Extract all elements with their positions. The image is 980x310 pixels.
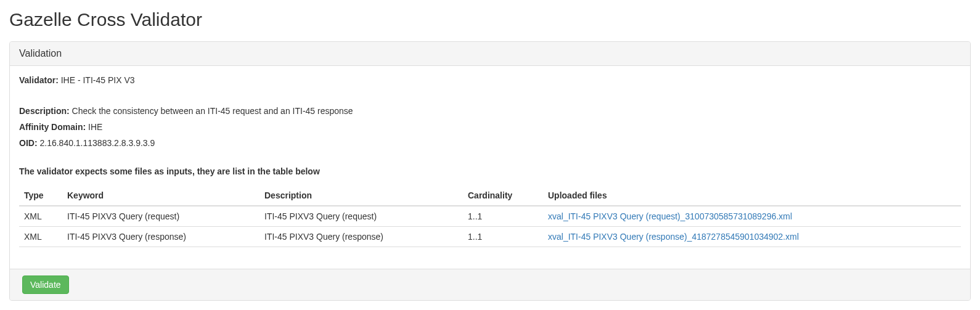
oid-label: OID: [19, 138, 38, 148]
cell-uploaded: xval_ITI-45 PIXV3 Query (response)_41872… [543, 227, 961, 247]
table-row: XML ITI-45 PIXV3 Query (request) ITI-45 … [19, 206, 961, 227]
affinity-value: IHE [86, 122, 102, 132]
col-keyword: Keyword [62, 186, 259, 206]
validation-panel: Validation Validator: IHE - ITI-45 PIX V… [9, 41, 971, 301]
cell-keyword: ITI-45 PIXV3 Query (request) [62, 206, 259, 227]
cell-uploaded: xval_ITI-45 PIXV3 Query (request)_310073… [543, 206, 961, 227]
description-row: Description: Check the consistency betwe… [19, 106, 961, 116]
cell-type: XML [19, 206, 62, 227]
cell-description: ITI-45 PIXV3 Query (response) [259, 227, 463, 247]
description-label: Description: [19, 106, 70, 116]
cell-cardinality: 1..1 [463, 206, 543, 227]
panel-body: Validator: IHE - ITI-45 PIX V3 Descripti… [10, 66, 970, 269]
cell-cardinality: 1..1 [463, 227, 543, 247]
col-description: Description [259, 186, 463, 206]
table-row: XML ITI-45 PIXV3 Query (response) ITI-45… [19, 227, 961, 247]
validator-row: Validator: IHE - ITI-45 PIX V3 [19, 75, 961, 85]
inputs-table: Type Keyword Description Cardinality Upl… [19, 186, 961, 247]
col-type: Type [19, 186, 62, 206]
affinity-row: Affinity Domain: IHE [19, 122, 961, 132]
validate-button[interactable]: Validate [22, 275, 69, 294]
panel-heading: Validation [10, 42, 970, 66]
uploaded-file-link[interactable]: xval_ITI-45 PIXV3 Query (request)_310073… [548, 211, 792, 221]
col-cardinality: Cardinality [463, 186, 543, 206]
panel-footer: Validate [10, 269, 970, 300]
cell-keyword: ITI-45 PIXV3 Query (response) [62, 227, 259, 247]
oid-row: OID: 2.16.840.1.113883.2.8.3.9.3.9 [19, 138, 961, 148]
affinity-label: Affinity Domain: [19, 122, 86, 132]
cell-description: ITI-45 PIXV3 Query (request) [259, 206, 463, 227]
page-title: Gazelle Cross Validator [9, 9, 971, 30]
cell-type: XML [19, 227, 62, 247]
description-value: Check the consistency between an ITI-45 … [70, 106, 353, 116]
uploaded-file-link[interactable]: xval_ITI-45 PIXV3 Query (response)_41872… [548, 232, 799, 242]
validator-value: IHE - ITI-45 PIX V3 [59, 75, 135, 85]
col-uploaded: Uploaded files [543, 186, 961, 206]
inputs-note: The validator expects some files as inpu… [19, 166, 961, 176]
validator-label: Validator: [19, 75, 59, 85]
oid-value: 2.16.840.1.113883.2.8.3.9.3.9 [38, 138, 155, 148]
